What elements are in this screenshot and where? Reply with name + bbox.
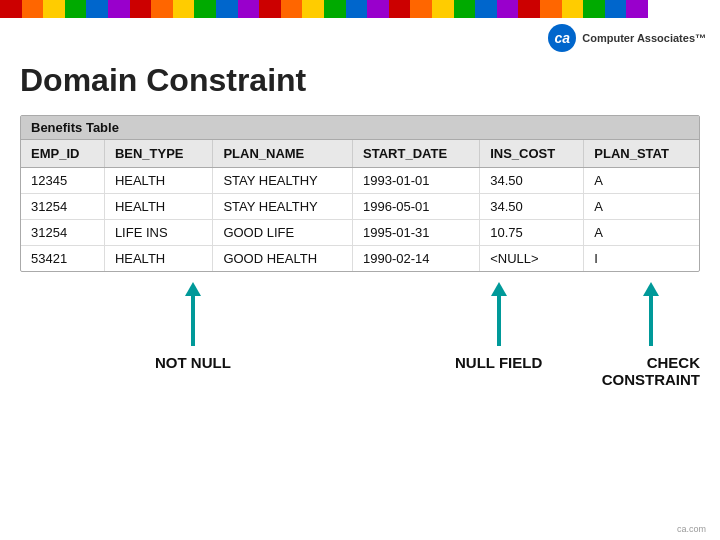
ca-company-name: Computer Associates™ [582, 32, 706, 44]
cell-1-0: 31254 [21, 194, 104, 220]
cell-2-5: A [584, 220, 699, 246]
cell-2-4: 10.75 [480, 220, 584, 246]
not-null-annotation: NOT NULL [155, 282, 231, 371]
cell-0-4: 34.50 [480, 168, 584, 194]
cell-0-0: 12345 [21, 168, 104, 194]
table-row: 53421HEALTHGOOD HEALTH1990-02-14<NULL>I [21, 246, 699, 272]
table-title: Benefits Table [21, 116, 699, 140]
cell-3-1: HEALTH [104, 246, 213, 272]
footer-logo: ca.com [677, 524, 706, 534]
col-ins-cost: INS_COST [480, 140, 584, 168]
benefits-table-container: Benefits Table EMP_ID BEN_TYPE PLAN_NAME… [20, 115, 700, 272]
cell-2-3: 1995-01-31 [353, 220, 480, 246]
cell-1-5: A [584, 194, 699, 220]
not-null-arrowhead [185, 282, 201, 296]
col-plan-name: PLAN_NAME [213, 140, 353, 168]
cell-2-2: GOOD LIFE [213, 220, 353, 246]
ca-logo: ca Computer Associates™ [548, 24, 706, 52]
cell-2-1: LIFE INS [104, 220, 213, 246]
cell-3-2: GOOD HEALTH [213, 246, 353, 272]
col-start-date: START_DATE [353, 140, 480, 168]
cell-1-2: STAY HEALTHY [213, 194, 353, 220]
cell-0-5: A [584, 168, 699, 194]
cell-1-1: HEALTH [104, 194, 213, 220]
null-field-arrowhead [491, 282, 507, 296]
check-constraint-label: CHECK CONSTRAINT [602, 354, 700, 388]
cell-0-2: STAY HEALTHY [213, 168, 353, 194]
cell-3-3: 1990-02-14 [353, 246, 480, 272]
ca-logo-circle: ca [548, 24, 576, 52]
color-banner [0, 0, 720, 18]
null-field-label: NULL FIELD [455, 354, 542, 371]
null-field-shaft [497, 296, 501, 346]
cell-0-3: 1993-01-01 [353, 168, 480, 194]
header-bar: ca Computer Associates™ [0, 18, 720, 54]
null-field-arrow [455, 282, 542, 346]
not-null-shaft [191, 296, 195, 346]
not-null-arrow [155, 282, 231, 346]
table-row: 31254LIFE INSGOOD LIFE1995-01-3110.75A [21, 220, 699, 246]
cell-3-4: <NULL> [480, 246, 584, 272]
cell-1-3: 1996-05-01 [353, 194, 480, 220]
null-field-annotation: NULL FIELD [455, 282, 542, 371]
col-plan-stat: PLAN_STAT [584, 140, 699, 168]
check-constraint-annotation: CHECK CONSTRAINT [602, 282, 700, 388]
check-shaft [649, 296, 653, 346]
cell-1-4: 34.50 [480, 194, 584, 220]
cell-2-0: 31254 [21, 220, 104, 246]
page-title: Domain Constraint [0, 54, 720, 115]
table-row: 31254HEALTHSTAY HEALTHY1996-05-0134.50A [21, 194, 699, 220]
check-arrow [602, 282, 700, 346]
cell-3-5: I [584, 246, 699, 272]
benefits-table: EMP_ID BEN_TYPE PLAN_NAME START_DATE INS… [21, 140, 699, 271]
col-ben-type: BEN_TYPE [104, 140, 213, 168]
col-emp-id: EMP_ID [21, 140, 104, 168]
table-header-row: EMP_ID BEN_TYPE PLAN_NAME START_DATE INS… [21, 140, 699, 168]
table-row: 12345HEALTHSTAY HEALTHY1993-01-0134.50A [21, 168, 699, 194]
cell-0-1: HEALTH [104, 168, 213, 194]
annotations-area: NOT NULL NULL FIELD CHECK CONSTRAINT [0, 272, 720, 452]
ca-logo-letter: ca [555, 30, 571, 46]
check-arrowhead [643, 282, 659, 296]
not-null-label: NOT NULL [155, 354, 231, 371]
cell-3-0: 53421 [21, 246, 104, 272]
content-area: Benefits Table EMP_ID BEN_TYPE PLAN_NAME… [0, 115, 720, 272]
